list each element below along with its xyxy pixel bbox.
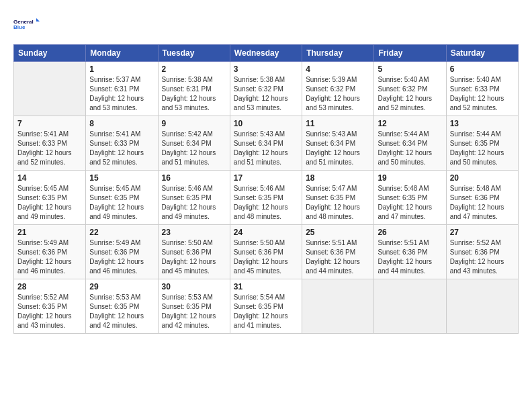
day-info: Sunrise: 5:53 AM Sunset: 6:35 PM Dayligh… [162,293,226,330]
day-cell: 5Sunrise: 5:40 AM Sunset: 6:32 PM Daylig… [374,62,446,116]
week-row-2: 7Sunrise: 5:41 AM Sunset: 6:33 PM Daylig… [14,116,519,171]
day-cell: 14Sunrise: 5:45 AM Sunset: 6:35 PM Dayli… [14,171,86,225]
week-row-4: 21Sunrise: 5:49 AM Sunset: 6:36 PM Dayli… [14,225,519,279]
day-cell: 12Sunrise: 5:44 AM Sunset: 6:34 PM Dayli… [374,116,446,171]
day-cell: 20Sunrise: 5:48 AM Sunset: 6:36 PM Dayli… [446,171,518,225]
day-cell: 23Sunrise: 5:50 AM Sunset: 6:36 PM Dayli… [158,225,230,279]
day-cell: 21Sunrise: 5:49 AM Sunset: 6:36 PM Dayli… [14,225,86,279]
day-cell: 22Sunrise: 5:49 AM Sunset: 6:36 PM Dayli… [86,225,158,279]
col-header-sunday: Sunday [14,45,86,62]
day-cell: 15Sunrise: 5:45 AM Sunset: 6:35 PM Dayli… [86,171,158,225]
col-header-tuesday: Tuesday [158,45,230,62]
day-number: 6 [450,64,515,74]
svg-text:Blue: Blue [13,24,26,30]
day-number: 11 [306,119,370,128]
day-info: Sunrise: 5:51 AM Sunset: 6:36 PM Dayligh… [378,238,442,276]
day-number: 18 [306,173,370,183]
day-cell [14,62,86,116]
day-number: 17 [234,173,298,183]
day-info: Sunrise: 5:50 AM Sunset: 6:36 PM Dayligh… [234,238,298,276]
day-info: Sunrise: 5:45 AM Sunset: 6:35 PM Dayligh… [17,184,82,222]
day-info: Sunrise: 5:48 AM Sunset: 6:36 PM Dayligh… [450,184,515,222]
logo-svg: General Blue [13,11,40,38]
day-cell: 19Sunrise: 5:48 AM Sunset: 6:35 PM Dayli… [374,171,446,225]
day-info: Sunrise: 5:41 AM Sunset: 6:33 PM Dayligh… [17,130,82,167]
day-cell [302,279,374,334]
day-number: 24 [234,228,298,237]
day-number: 21 [17,228,82,237]
day-number: 30 [162,282,226,291]
day-info: Sunrise: 5:52 AM Sunset: 6:36 PM Dayligh… [450,238,515,276]
day-info: Sunrise: 5:44 AM Sunset: 6:34 PM Dayligh… [378,130,442,167]
calendar-page: General Blue SundayMondayTuesdayWednesda… [0,0,532,340]
day-cell: 6Sunrise: 5:40 AM Sunset: 6:33 PM Daylig… [446,62,518,116]
day-info: Sunrise: 5:40 AM Sunset: 6:32 PM Dayligh… [378,75,442,113]
day-number: 15 [89,173,154,183]
day-number: 8 [89,119,154,128]
day-info: Sunrise: 5:37 AM Sunset: 6:31 PM Dayligh… [89,75,154,113]
day-cell: 28Sunrise: 5:52 AM Sunset: 6:35 PM Dayli… [14,279,86,334]
day-cell: 31Sunrise: 5:54 AM Sunset: 6:35 PM Dayli… [230,279,302,334]
day-info: Sunrise: 5:49 AM Sunset: 6:36 PM Dayligh… [17,238,82,276]
week-row-1: 1Sunrise: 5:37 AM Sunset: 6:31 PM Daylig… [14,62,519,116]
col-header-saturday: Saturday [446,45,518,62]
logo: General Blue [13,11,40,38]
day-number: 2 [162,64,226,74]
week-row-3: 14Sunrise: 5:45 AM Sunset: 6:35 PM Dayli… [14,171,519,225]
day-cell: 30Sunrise: 5:53 AM Sunset: 6:35 PM Dayli… [158,279,230,334]
day-number: 4 [306,64,370,74]
day-number: 19 [378,173,442,183]
day-info: Sunrise: 5:49 AM Sunset: 6:36 PM Dayligh… [89,238,154,276]
day-info: Sunrise: 5:39 AM Sunset: 6:32 PM Dayligh… [306,75,370,113]
day-info: Sunrise: 5:38 AM Sunset: 6:32 PM Dayligh… [234,75,298,113]
day-number: 14 [17,173,82,183]
day-number: 10 [234,119,298,128]
col-header-friday: Friday [374,45,446,62]
day-number: 12 [378,119,442,128]
week-row-5: 28Sunrise: 5:52 AM Sunset: 6:35 PM Dayli… [14,279,519,334]
day-info: Sunrise: 5:43 AM Sunset: 6:34 PM Dayligh… [234,130,298,167]
day-number: 20 [450,173,515,183]
day-cell: 13Sunrise: 5:44 AM Sunset: 6:35 PM Dayli… [446,116,518,171]
day-info: Sunrise: 5:38 AM Sunset: 6:31 PM Dayligh… [162,75,226,113]
day-info: Sunrise: 5:52 AM Sunset: 6:35 PM Dayligh… [17,293,82,330]
header-row: SundayMondayTuesdayWednesdayThursdayFrid… [14,45,519,62]
day-info: Sunrise: 5:48 AM Sunset: 6:35 PM Dayligh… [378,184,442,222]
day-cell: 26Sunrise: 5:51 AM Sunset: 6:36 PM Dayli… [374,225,446,279]
day-cell: 11Sunrise: 5:43 AM Sunset: 6:34 PM Dayli… [302,116,374,171]
day-cell: 25Sunrise: 5:51 AM Sunset: 6:36 PM Dayli… [302,225,374,279]
day-number: 7 [17,119,82,128]
day-cell: 27Sunrise: 5:52 AM Sunset: 6:36 PM Dayli… [446,225,518,279]
header: General Blue [13,11,519,38]
day-cell: 24Sunrise: 5:50 AM Sunset: 6:36 PM Dayli… [230,225,302,279]
day-info: Sunrise: 5:47 AM Sunset: 6:35 PM Dayligh… [306,184,370,222]
day-number: 28 [17,282,82,291]
day-number: 27 [450,228,515,237]
col-header-monday: Monday [86,45,158,62]
day-number: 16 [162,173,226,183]
day-number: 25 [306,228,370,237]
day-number: 23 [162,228,226,237]
day-number: 3 [234,64,298,74]
col-header-thursday: Thursday [302,45,374,62]
day-number: 9 [162,119,226,128]
day-number: 31 [234,282,298,291]
day-info: Sunrise: 5:50 AM Sunset: 6:36 PM Dayligh… [162,238,226,276]
day-cell: 8Sunrise: 5:41 AM Sunset: 6:33 PM Daylig… [86,116,158,171]
day-cell: 9Sunrise: 5:42 AM Sunset: 6:34 PM Daylig… [158,116,230,171]
col-header-wednesday: Wednesday [230,45,302,62]
day-cell: 4Sunrise: 5:39 AM Sunset: 6:32 PM Daylig… [302,62,374,116]
day-cell [446,279,518,334]
day-number: 29 [89,282,154,291]
day-info: Sunrise: 5:44 AM Sunset: 6:35 PM Dayligh… [450,130,515,167]
day-info: Sunrise: 5:45 AM Sunset: 6:35 PM Dayligh… [89,184,154,222]
day-info: Sunrise: 5:46 AM Sunset: 6:35 PM Dayligh… [162,184,226,222]
day-info: Sunrise: 5:40 AM Sunset: 6:33 PM Dayligh… [450,75,515,113]
day-number: 26 [378,228,442,237]
day-info: Sunrise: 5:53 AM Sunset: 6:35 PM Dayligh… [89,293,154,330]
day-cell: 17Sunrise: 5:46 AM Sunset: 6:35 PM Dayli… [230,171,302,225]
day-number: 1 [89,64,154,74]
day-number: 5 [378,64,442,74]
day-info: Sunrise: 5:54 AM Sunset: 6:35 PM Dayligh… [234,293,298,330]
day-cell: 3Sunrise: 5:38 AM Sunset: 6:32 PM Daylig… [230,62,302,116]
